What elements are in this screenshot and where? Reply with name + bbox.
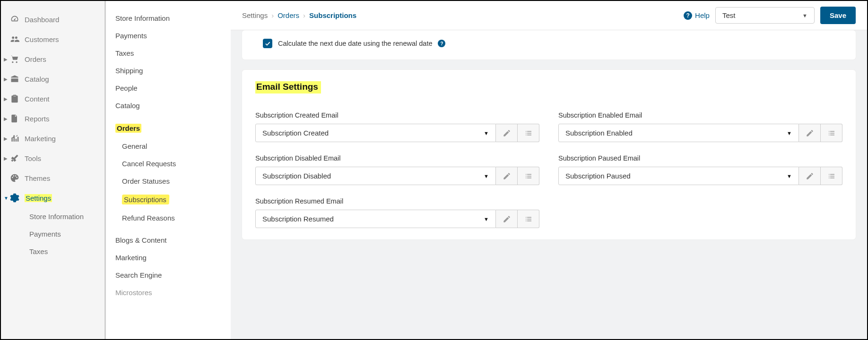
chevron-down-icon: ▼: [484, 216, 489, 222]
subnav-orders[interactable]: Orders: [106, 119, 231, 137]
subnav-order-statuses[interactable]: Order Statuses: [106, 172, 231, 190]
subnav-shipping[interactable]: Shipping: [106, 62, 231, 79]
nav-dashboard[interactable]: Dashboard: [1, 9, 104, 29]
list-button[interactable]: [518, 167, 539, 185]
select-value: Subscription Disabled: [262, 172, 331, 180]
select-subscription-created[interactable]: Subscription Created ▼: [255, 124, 496, 142]
breadcrumb-sep: ›: [303, 11, 305, 19]
breadcrumb: Settings › Orders › Subscriptions: [242, 11, 356, 19]
nav-label: Reports: [25, 115, 50, 123]
list-button[interactable]: [518, 124, 539, 142]
subnav-store-info[interactable]: Store Information: [106, 9, 231, 27]
info-icon[interactable]: ?: [438, 40, 445, 47]
context-selector-value: Test: [722, 11, 736, 19]
caret-icon: ▶: [4, 136, 9, 141]
subnav-people[interactable]: People: [106, 79, 231, 97]
card-due-date: Calculate the next due date using the re…: [242, 30, 856, 60]
main-content: Settings › Orders › Subscriptions ? Help…: [231, 1, 867, 339]
subnav-microstores[interactable]: Microstores: [106, 284, 231, 301]
gear-icon: [9, 193, 20, 203]
palette-icon: [9, 173, 20, 183]
field-label: Subscription Resumed Email: [255, 197, 539, 205]
list-button[interactable]: [518, 210, 539, 228]
primary-nav: Dashboard Customers ▶ Orders ▶ Catalog ▶: [1, 1, 106, 339]
nav-customers[interactable]: Customers: [1, 29, 104, 49]
select-value: Subscription Created: [262, 129, 329, 137]
caret-down-icon: ▼: [4, 196, 9, 201]
nav-reports[interactable]: ▶ Reports: [1, 109, 104, 128]
edit-button[interactable]: [799, 124, 821, 142]
help-link[interactable]: ? Help: [684, 11, 710, 20]
field-label: Subscription Enabled Email: [558, 111, 842, 119]
nav-catalog[interactable]: ▶ Catalog: [1, 69, 104, 89]
nav-tools[interactable]: ▶ Tools: [1, 148, 104, 168]
topbar: Settings › Orders › Subscriptions ? Help…: [231, 1, 867, 30]
subnav-taxes[interactable]: Taxes: [106, 44, 231, 62]
select-value: Subscription Paused: [565, 172, 631, 180]
field-subscription-created: Subscription Created Email Subscription …: [255, 111, 539, 142]
caret-icon: ▶: [4, 57, 9, 62]
nav-themes[interactable]: Themes: [1, 168, 104, 188]
breadcrumb-sep: ›: [271, 11, 274, 19]
nav-orders[interactable]: ▶ Orders: [1, 49, 104, 69]
list-button[interactable]: [821, 167, 842, 185]
chevron-down-icon: ▼: [787, 173, 792, 179]
subnav-blogs[interactable]: Blogs & Content: [106, 231, 231, 249]
select-value: Subscription Enabled: [565, 129, 633, 137]
field-label: Subscription Created Email: [255, 111, 539, 119]
nav-label: Catalog: [25, 75, 49, 83]
field-label: Subscription Paused Email: [558, 154, 842, 162]
topbar-right: ? Help Test ▼ Save: [684, 7, 856, 24]
field-subscription-enabled: Subscription Enabled Email Subscription …: [558, 111, 842, 142]
subnav-refund-reasons[interactable]: Refund Reasons: [106, 209, 231, 227]
nav-sub-store-info[interactable]: Store Information: [1, 208, 104, 225]
crumb-settings[interactable]: Settings: [242, 11, 268, 19]
chevron-down-icon: ▼: [802, 13, 807, 18]
chart-icon: [9, 133, 20, 144]
subnav-search-engine[interactable]: Search Engine: [106, 266, 231, 284]
wrench-icon: [9, 153, 20, 163]
nav-settings[interactable]: ▼ Settings: [1, 188, 104, 208]
crumb-subscriptions: Subscriptions: [309, 11, 356, 19]
select-subscription-resumed[interactable]: Subscription Resumed ▼: [255, 210, 496, 228]
list-button[interactable]: [821, 124, 842, 142]
caret-icon: ▶: [4, 116, 9, 121]
nav-content[interactable]: ▶ Content: [1, 89, 104, 109]
nav-label: Themes: [25, 174, 50, 182]
edit-button[interactable]: [496, 167, 518, 185]
subnav-cancel-requests[interactable]: Cancel Requests: [106, 155, 231, 172]
select-subscription-enabled[interactable]: Subscription Enabled ▼: [558, 124, 799, 142]
users-icon: [9, 34, 20, 44]
nav-sub-taxes[interactable]: Taxes: [1, 243, 104, 260]
field-subscription-resumed: Subscription Resumed Email Subscription …: [255, 197, 539, 228]
context-selector[interactable]: Test ▼: [715, 7, 815, 24]
subnav-marketing[interactable]: Marketing: [106, 249, 231, 266]
settings-subnav: Store Information Payments Taxes Shippin…: [106, 1, 231, 339]
select-subscription-disabled[interactable]: Subscription Disabled ▼: [255, 167, 496, 185]
nav-label: Marketing: [25, 135, 56, 143]
edit-button[interactable]: [799, 167, 821, 185]
nav-label: Settings: [25, 194, 52, 202]
field-label: Subscription Disabled Email: [255, 154, 539, 162]
cart-icon: [9, 54, 20, 64]
subnav-payments[interactable]: Payments: [106, 27, 231, 44]
subnav-general[interactable]: General: [106, 137, 231, 155]
select-subscription-paused[interactable]: Subscription Paused ▼: [558, 167, 799, 185]
chevron-down-icon: ▼: [787, 130, 792, 136]
subnav-subscriptions[interactable]: Subscriptions: [106, 190, 231, 209]
nav-label: Dashboard: [25, 16, 59, 24]
nav-marketing[interactable]: ▶ Marketing: [1, 128, 104, 148]
help-label: Help: [695, 11, 710, 19]
select-value: Subscription Resumed: [262, 215, 334, 223]
edit-button[interactable]: [496, 124, 518, 142]
section-title: Email Settings: [255, 81, 321, 94]
edit-button[interactable]: [496, 210, 518, 228]
save-button[interactable]: Save: [820, 7, 856, 24]
nav-sub-payments[interactable]: Payments: [1, 225, 104, 243]
crumb-orders[interactable]: Orders: [278, 11, 299, 19]
caret-icon: ▶: [4, 96, 9, 102]
checkbox-renewal-date[interactable]: [263, 39, 272, 48]
email-fields-grid: Subscription Created Email Subscription …: [255, 111, 842, 228]
subnav-catalog[interactable]: Catalog: [106, 97, 231, 114]
checkbox-row: Calculate the next due date using the re…: [255, 39, 842, 48]
